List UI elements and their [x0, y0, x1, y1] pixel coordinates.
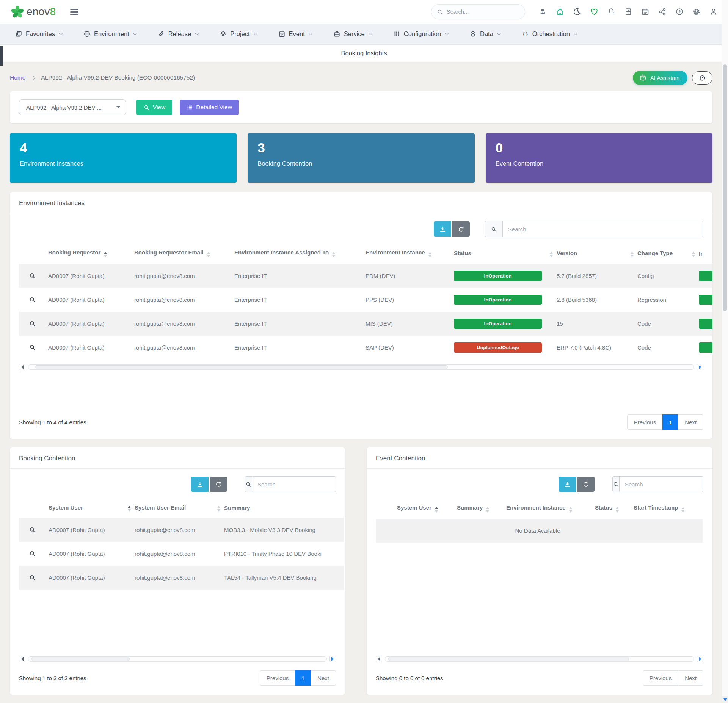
refresh-button[interactable]	[210, 477, 227, 492]
column-header[interactable]: Summary	[457, 497, 506, 519]
scroll-left-arrow[interactable]	[19, 656, 25, 662]
global-search-input[interactable]	[447, 9, 519, 15]
page-scrollbar[interactable]	[722, 0, 728, 703]
scroll-right-arrow[interactable]	[697, 364, 703, 370]
column-header[interactable]: System User	[49, 497, 135, 518]
nav-item-label: Environment	[94, 30, 129, 38]
calendar-icon[interactable]	[639, 6, 651, 18]
nav-item-event[interactable]: Event	[268, 24, 322, 44]
horizontal-scrollbar[interactable]	[10, 359, 712, 370]
home-icon[interactable]	[554, 6, 566, 18]
refresh-button[interactable]	[577, 477, 595, 492]
settings-gear-icon[interactable]	[690, 6, 703, 18]
header-icon-strip	[537, 6, 720, 18]
scroll-right-arrow[interactable]	[697, 656, 703, 662]
favourites-heart-icon[interactable]	[588, 6, 600, 18]
column-header[interactable]: Status	[454, 242, 557, 264]
global-search[interactable]	[431, 4, 525, 19]
previous-page-button[interactable]: Previous	[643, 670, 678, 686]
column-header[interactable]: Booking Requestor	[48, 242, 134, 264]
help-icon[interactable]	[673, 6, 686, 18]
side-tab-handle[interactable]	[0, 46, 3, 66]
previous-page-button[interactable]: Previous	[260, 670, 295, 686]
detailed-view-button[interactable]: Detailed View	[180, 100, 239, 115]
column-header[interactable]: Change Type	[637, 242, 699, 264]
scroll-down-arrow[interactable]	[722, 696, 728, 703]
nav-item-favourites[interactable]: Favourites	[5, 24, 72, 44]
next-page-button[interactable]: Next	[678, 414, 703, 430]
scroll-left-arrow[interactable]	[376, 656, 382, 662]
next-page-button[interactable]: Next	[311, 670, 336, 686]
column-header[interactable]: Version	[557, 242, 637, 264]
table-search-input[interactable]	[503, 221, 589, 237]
chevron-right-icon	[32, 76, 36, 80]
column-header[interactable]: Start Timestamp	[634, 497, 703, 519]
download-button[interactable]	[434, 221, 451, 237]
booking-selector[interactable]: ALP992 - Alpha V99.2 DEV ...	[19, 99, 126, 115]
history-button[interactable]	[692, 71, 712, 85]
nav-item-data[interactable]: Data	[460, 24, 510, 44]
table-row: AD0007 (Rohit Gupta)rohit.gupta@enov8.co…	[19, 312, 712, 336]
scrollbar-thumb[interactable]	[723, 64, 727, 311]
nav-item-orchestration[interactable]: Orchestration	[512, 24, 587, 44]
share-icon[interactable]	[656, 6, 668, 18]
account-person-icon[interactable]	[707, 6, 720, 18]
table-search[interactable]	[245, 476, 336, 492]
column-header[interactable]: Environment Instance	[366, 242, 454, 264]
dark-mode-moon-icon[interactable]	[571, 6, 583, 18]
row-search-icon[interactable]	[19, 550, 45, 557]
column-header[interactable]: Booking Requestor Email	[134, 242, 234, 264]
row-search-icon[interactable]	[19, 344, 44, 351]
nav-item-project[interactable]: Project	[210, 24, 267, 44]
table-search-input[interactable]	[252, 477, 336, 492]
column-header[interactable]: Ir	[699, 242, 712, 264]
table-cell: ERP 7.0 (Patch 4.8C)	[557, 336, 637, 359]
ai-assistant-button[interactable]: AI Assistant	[633, 71, 687, 85]
nav-item-environment[interactable]: Environment	[74, 24, 146, 44]
hamburger-menu-button[interactable]	[68, 6, 81, 17]
stat-card-environment-instances[interactable]: 4 Environment Instances	[10, 133, 237, 183]
row-search-icon[interactable]	[19, 526, 45, 534]
page-number-button[interactable]: 1	[662, 414, 678, 430]
breadcrumb-home-link[interactable]: Home	[10, 74, 25, 81]
column-header[interactable]: Environment Instance	[506, 497, 595, 519]
refresh-button[interactable]	[452, 221, 470, 237]
search-icon	[437, 9, 443, 15]
row-search-icon[interactable]	[19, 574, 45, 581]
column-header[interactable]: Status	[595, 497, 634, 519]
horizontal-scrollbar[interactable]	[367, 651, 712, 662]
table-search[interactable]	[485, 221, 703, 237]
stat-card-booking-contention[interactable]: 3 Booking Contention	[248, 133, 474, 183]
notifications-bell-icon[interactable]	[605, 6, 617, 18]
previous-page-button[interactable]: Previous	[627, 414, 663, 430]
horizontal-scrollbar[interactable]	[10, 651, 345, 662]
column-header[interactable]: System User	[376, 497, 457, 519]
column-header[interactable]: Summary	[224, 497, 344, 518]
view-button[interactable]: View	[136, 100, 172, 115]
row-search-icon[interactable]	[19, 296, 44, 303]
row-search-icon[interactable]	[19, 320, 44, 327]
page-number-button[interactable]: 1	[295, 670, 311, 686]
truncated-status-badge	[699, 319, 712, 329]
table-cell: MOB3.3 - Mobile V3.3 DEV Booking	[224, 518, 344, 542]
enov8-logo[interactable]: enov8	[11, 5, 56, 19]
row-search-icon[interactable]	[19, 272, 44, 279]
column-header[interactable]: Environment Instance Assigned To	[234, 242, 366, 264]
nav-item-configuration[interactable]: Configuration	[383, 24, 458, 44]
next-page-button[interactable]: Next	[678, 670, 703, 686]
scroll-right-arrow[interactable]	[329, 656, 336, 662]
nav-release-icon	[158, 30, 165, 38]
table-cell: Config	[637, 264, 699, 288]
table-search-input[interactable]	[620, 477, 703, 492]
scroll-left-arrow[interactable]	[19, 364, 25, 370]
board-icon[interactable]	[622, 6, 634, 18]
stat-card-event-contention[interactable]: 0 Event Contention	[486, 133, 712, 183]
column-header[interactable]: System User Email	[135, 497, 224, 518]
nav-item-release[interactable]: Release	[148, 24, 209, 44]
nav-item-service[interactable]: Service	[323, 24, 382, 44]
table-search[interactable]	[612, 476, 703, 492]
download-button[interactable]	[191, 477, 209, 492]
download-button[interactable]	[559, 477, 576, 492]
chevron-down-icon	[195, 31, 199, 35]
user-add-icon[interactable]	[537, 6, 549, 18]
